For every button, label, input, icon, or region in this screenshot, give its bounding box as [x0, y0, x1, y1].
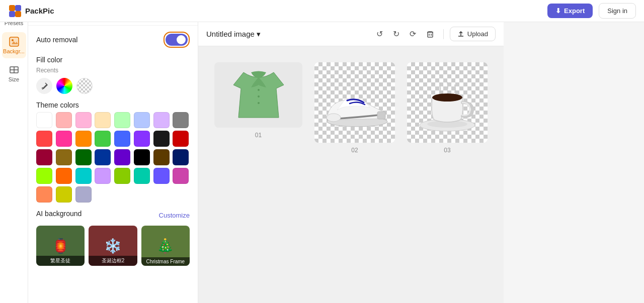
theme-color-swatch[interactable]: [36, 131, 52, 147]
image-frame-01[interactable]: [214, 62, 302, 128]
shoe-illustration: [319, 77, 390, 128]
upload-icon: [457, 31, 464, 38]
theme-color-swatch[interactable]: [153, 131, 170, 147]
upload-button[interactable]: Upload: [450, 27, 496, 41]
redo-button[interactable]: ↻: [390, 26, 403, 42]
refresh-button[interactable]: ⟳: [407, 26, 419, 42]
eyedropper-button[interactable]: [36, 78, 52, 94]
refresh-icon: ⟳: [410, 29, 416, 39]
image-label-03: 03: [444, 147, 450, 154]
undo-icon: ↺: [376, 29, 383, 39]
theme-color-swatch[interactable]: [173, 112, 189, 128]
svg-point-23: [327, 114, 341, 122]
theme-color-swatch[interactable]: [134, 168, 150, 184]
image-label-01: 01: [255, 132, 262, 139]
fill-color-title: Fill color: [36, 56, 190, 64]
theme-color-swatch[interactable]: [114, 112, 130, 128]
theme-color-swatch[interactable]: [36, 149, 52, 165]
ai-bg-card-3[interactable]: 🎄 Christmas Frame: [141, 226, 190, 266]
cup-illustration: [415, 70, 480, 135]
theme-color-swatch[interactable]: [75, 149, 92, 165]
theme-color-swatch[interactable]: [153, 149, 170, 165]
auto-removal-toggle[interactable]: [166, 34, 188, 46]
transparent-button[interactable]: [76, 78, 93, 94]
auto-removal-toggle-wrapper[interactable]: [164, 32, 190, 48]
theme-color-swatch[interactable]: [95, 149, 111, 165]
theme-color-swatch[interactable]: [95, 168, 111, 184]
ai-bg-card-2[interactable]: ❄️ 圣诞边框2: [89, 226, 137, 266]
theme-color-swatch[interactable]: [173, 149, 189, 165]
background-icon: [9, 36, 20, 47]
theme-color-swatch[interactable]: [36, 112, 52, 128]
theme-color-swatch[interactable]: [134, 131, 150, 147]
image-frame-03[interactable]: [407, 62, 488, 143]
theme-color-swatch[interactable]: [56, 131, 72, 147]
size-label: Size: [9, 76, 19, 82]
theme-color-swatch[interactable]: [153, 112, 170, 128]
recents-row: [36, 78, 190, 94]
theme-color-swatch[interactable]: [134, 112, 150, 128]
content-topbar: Untitled image ▾ ↺ ↻ ⟳: [198, 22, 504, 46]
eyedropper-icon: [40, 82, 48, 90]
theme-color-swatch[interactable]: [56, 149, 72, 165]
image-frame-02[interactable]: [314, 62, 395, 143]
ai-bg-label-2: 圣诞边框2: [89, 256, 137, 266]
theme-color-swatch[interactable]: [114, 168, 130, 184]
svg-rect-3: [15, 11, 21, 17]
canvas-area: 01: [198, 46, 504, 303]
delete-button[interactable]: [423, 27, 437, 41]
redo-icon: ↻: [393, 29, 399, 39]
theme-color-swatch[interactable]: [56, 186, 72, 203]
theme-colors-title: Theme colors: [36, 101, 190, 109]
logo: PackPic: [8, 4, 54, 18]
image-label-02: 02: [351, 147, 358, 154]
image-card-02: 02: [314, 62, 395, 154]
export-button[interactable]: ⬇ Export: [547, 4, 593, 18]
theme-color-swatch[interactable]: [56, 168, 72, 184]
image-card-01: 01: [214, 62, 302, 139]
theme-color-swatch[interactable]: [36, 168, 52, 184]
toolbar-divider: [443, 29, 444, 39]
topbar: PackPic ⬇ Export Sign in: [0, 0, 644, 22]
gradient-picker-button[interactable]: [56, 78, 72, 94]
theme-color-swatch[interactable]: [173, 131, 189, 147]
theme-color-swatch[interactable]: [56, 112, 72, 128]
ai-bg-label-3: Christmas Frame: [141, 257, 190, 266]
theme-color-swatch[interactable]: [114, 149, 130, 165]
theme-color-swatch[interactable]: [134, 149, 150, 165]
svg-point-27: [432, 93, 462, 102]
theme-color-swatch[interactable]: [153, 168, 170, 184]
size-icon: [9, 64, 20, 75]
ai-bg-grid: 🏮 繁星圣徒 ❄️ 圣诞边框2 🎄 Christmas Frame: [36, 226, 190, 266]
svg-point-19: [258, 89, 260, 91]
theme-color-swatch[interactable]: [95, 112, 111, 128]
dropdown-icon: ▾: [257, 30, 261, 39]
theme-color-swatch[interactable]: [75, 112, 92, 128]
svg-rect-2: [9, 11, 15, 17]
theme-color-swatch[interactable]: [36, 186, 52, 203]
theme-color-swatch[interactable]: [173, 168, 189, 184]
main-content: Untitled image ▾ ↺ ↻ ⟳: [198, 0, 504, 303]
signin-button[interactable]: Sign in: [599, 3, 636, 19]
ai-bg-label-1: 繁星圣徒: [36, 256, 85, 266]
doc-title[interactable]: Untitled image ▾: [206, 30, 261, 39]
theme-color-swatch[interactable]: [114, 131, 130, 147]
auto-removal-row: Auto removal: [36, 32, 190, 48]
customize-link[interactable]: Customize: [159, 212, 190, 219]
background-label: Backgr...: [3, 48, 25, 54]
undo-button[interactable]: ↺: [373, 26, 386, 42]
ai-bg-card-1[interactable]: 🏮 繁星圣徒: [36, 226, 85, 266]
background-panel: Background ✕ Auto removal Fill color Rec…: [28, 0, 198, 303]
theme-color-swatch[interactable]: [95, 131, 111, 147]
svg-rect-15: [428, 32, 433, 37]
shirt-illustration: [228, 67, 289, 123]
delete-icon: [426, 30, 434, 38]
sidebar-item-size[interactable]: Size: [2, 60, 26, 86]
svg-rect-24: [377, 112, 385, 119]
export-icon: ⬇: [555, 7, 561, 15]
theme-color-swatch[interactable]: [75, 186, 92, 203]
theme-color-swatch[interactable]: [75, 168, 92, 184]
theme-color-swatch[interactable]: [75, 131, 92, 147]
sidebar-item-background[interactable]: Backgr...: [2, 32, 26, 58]
ai-bg-header: AI background Customize: [36, 210, 190, 221]
